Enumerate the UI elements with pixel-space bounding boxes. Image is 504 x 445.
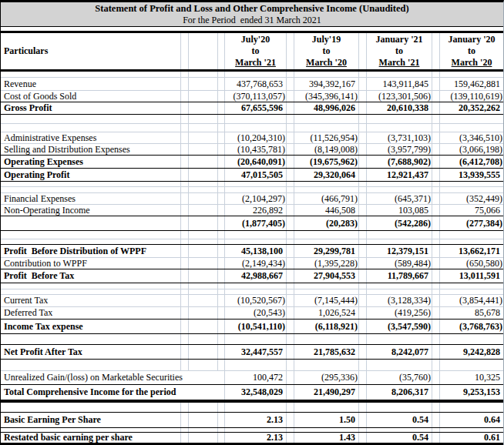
gridline-spacer (432, 182, 440, 186)
gridline-spacer (189, 124, 218, 132)
cell-value (440, 403, 503, 412)
gridline-spacer (287, 144, 294, 155)
gridline-spacer (359, 283, 367, 289)
gridline-spacer (287, 78, 294, 90)
cell-value: 103,085 (367, 205, 432, 216)
gridline-spacer (432, 72, 440, 77)
gridline-spacer (189, 320, 218, 333)
table-row: Revenue437,768,653 394,392,167 143,911,8… (1, 78, 503, 91)
gridline-spacer (218, 132, 225, 143)
cell-value (440, 124, 503, 132)
cell-value (440, 289, 503, 294)
blank-row (1, 403, 503, 413)
table-row: Income Tax expense(10,541,110)(6,118,921… (1, 320, 503, 334)
gridline-spacer (287, 345, 294, 359)
row-label: Gross Profit (1, 102, 181, 114)
gridline-spacer (359, 91, 367, 102)
gridline-spacer (218, 187, 225, 192)
gridline-spacer (287, 283, 294, 289)
cell-value: 1.50 (294, 413, 359, 427)
gridline-spacer (218, 307, 225, 319)
gridline-spacer (359, 413, 367, 427)
gridline-spacer (189, 193, 218, 204)
cell-value (440, 334, 503, 344)
gridline-spacer (181, 403, 189, 412)
cell-value (440, 239, 503, 244)
row-label (1, 216, 181, 230)
gridline-spacer (189, 78, 218, 90)
gridline-spacer (218, 269, 225, 283)
gridline-spacer (181, 78, 189, 90)
gridline-spacer (359, 320, 367, 333)
cell-value (367, 334, 432, 344)
row-label: Deferred Tax (1, 307, 181, 319)
cell-value: 11,789,667 (367, 269, 432, 283)
table-row: Restated basic earning per share2.13 1.4… (1, 433, 503, 445)
cell-value (294, 334, 359, 344)
gridline-spacer (359, 433, 367, 443)
gridline-spacer (218, 205, 225, 216)
gridline-spacer (189, 269, 218, 283)
gridline-spacer (181, 239, 189, 244)
cell-value (367, 283, 432, 289)
cell-value: 1.43 (294, 433, 359, 443)
gridline-spacer (287, 115, 294, 123)
column-header-period-4: January '20 to March '20 (440, 33, 503, 69)
table-row: Net Profit After Tax32,447,557 21,785,63… (1, 345, 503, 360)
cell-value (367, 72, 432, 77)
cell-value (294, 182, 359, 186)
gridline-spacer (432, 360, 440, 370)
cell-value: 20,610,338 (367, 102, 432, 114)
cell-value: 143,911,845 (367, 78, 432, 90)
row-label (1, 289, 181, 294)
cell-value: (352,449) (440, 193, 503, 204)
cell-value: 12,921,437 (367, 169, 432, 181)
gridline-spacer (359, 360, 367, 370)
blank-row (1, 239, 503, 245)
gridline-spacer (359, 334, 367, 344)
gridline-spacer (287, 289, 294, 294)
gridline-spacer (189, 144, 218, 155)
cell-value: (3,066,198) (440, 144, 503, 155)
cell-value: 32,548,029 (225, 385, 287, 400)
period-to: March '21 (379, 57, 420, 69)
gridline-spacer (218, 216, 225, 230)
cell-value: 394,392,167 (294, 78, 359, 90)
gridline-spacer (432, 115, 440, 123)
cell-value (440, 187, 503, 192)
gridline-spacer (359, 295, 367, 306)
gridline-spacer (287, 102, 294, 114)
gridline-spacer (189, 403, 218, 412)
cell-value (367, 239, 432, 244)
gridline-spacer (287, 428, 294, 432)
cell-value (367, 182, 432, 186)
gridline-spacer (189, 231, 218, 239)
gridline-spacer (189, 428, 218, 432)
gridline-spacer (189, 345, 218, 359)
gridline-spacer (218, 124, 225, 132)
gridline-spacer (218, 78, 225, 90)
gridline-spacer (359, 258, 367, 269)
gridline-spacer (287, 91, 294, 102)
statement-title: Statement of Profit and Loss and Other C… (95, 3, 408, 15)
gridline-spacer (359, 239, 367, 244)
cell-value: (7,688,902) (367, 156, 432, 168)
gridline-spacer (189, 205, 218, 216)
gridline-spacer (189, 258, 218, 269)
gridline-spacer (359, 156, 367, 168)
cell-value: (3,854,441) (440, 295, 503, 306)
gridline-spacer (218, 72, 225, 77)
cell-value (440, 72, 503, 77)
row-label: Cost of Goods Sold (1, 91, 181, 102)
row-label: Operating Expenses (1, 156, 181, 168)
gridline-spacer (181, 187, 189, 192)
blank-row (1, 182, 503, 187)
table-row: Profit Before Distribution of WPPF45,138… (1, 245, 503, 258)
gridline-spacer (181, 182, 189, 186)
cell-value: 12,379,151 (367, 245, 432, 257)
column-header-particulars: Particulars (1, 33, 181, 69)
gridline-spacer (189, 334, 218, 344)
gridline-spacer (359, 72, 367, 77)
cell-value: (2,149,434) (225, 258, 287, 269)
period-from: January '21 (375, 34, 422, 45)
